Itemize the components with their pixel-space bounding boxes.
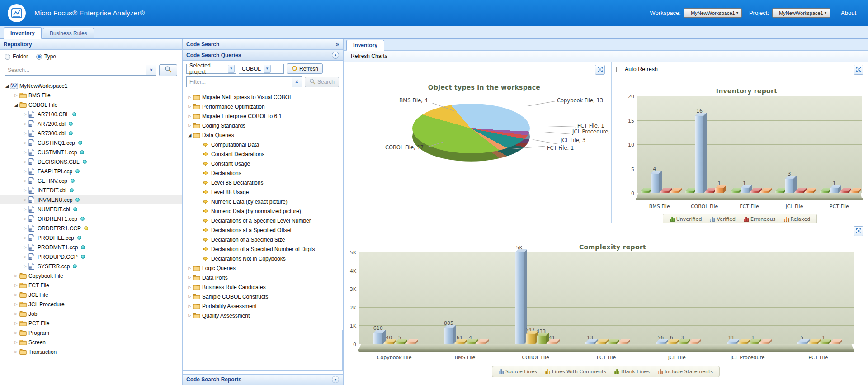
collapse-panel-icon[interactable]: » bbox=[336, 41, 339, 48]
repo-tree-item[interactable]: ▷Transaction bbox=[0, 347, 182, 356]
caret-collapsed-icon[interactable]: ▷ bbox=[22, 245, 28, 249]
query-tree-item[interactable]: Computational Data bbox=[183, 140, 343, 149]
caret-collapsed-icon[interactable]: ▷ bbox=[13, 340, 19, 344]
caret-collapsed-icon[interactable]: ▷ bbox=[22, 122, 28, 126]
repo-tree-item[interactable]: ▷AR7200.cbl bbox=[0, 119, 182, 128]
project-scope-select[interactable]: Selected project▼ bbox=[186, 64, 236, 74]
caret-collapsed-icon[interactable]: ▷ bbox=[186, 295, 193, 299]
caret-collapsed-icon[interactable]: ▷ bbox=[186, 314, 193, 318]
repo-tree-item[interactable]: ▷ORDRERR1.CCP bbox=[0, 223, 182, 233]
type-radio[interactable] bbox=[36, 54, 42, 60]
expand-chart-button[interactable] bbox=[854, 65, 863, 75]
language-select[interactable]: COBOL▼ bbox=[239, 64, 284, 74]
search-button[interactable]: Search bbox=[305, 77, 339, 87]
about-link[interactable]: About bbox=[841, 10, 856, 16]
caret-collapsed-icon[interactable]: ▷ bbox=[22, 112, 28, 116]
clear-filter-button[interactable]: × bbox=[292, 77, 302, 87]
query-tree-item[interactable]: Constant Usage bbox=[183, 159, 343, 168]
caret-expanded-icon[interactable]: ◢ bbox=[186, 133, 193, 138]
repo-tree-item[interactable]: ▷BMS File bbox=[0, 90, 182, 100]
query-tree-item[interactable]: ▷Migrate Enterprise COBOL to 6.1 bbox=[183, 111, 343, 121]
caret-collapsed-icon[interactable]: ▷ bbox=[186, 114, 193, 118]
repo-tree-item[interactable]: ▷AR7100.CBL bbox=[0, 109, 182, 119]
query-tree-item[interactable]: ▷Performance Optimization bbox=[183, 102, 343, 111]
clear-search-button[interactable]: × bbox=[146, 65, 156, 75]
repo-tree-item[interactable]: ▷JCL File bbox=[0, 290, 182, 299]
caret-collapsed-icon[interactable]: ▷ bbox=[13, 274, 19, 278]
caret-collapsed-icon[interactable]: ▷ bbox=[22, 198, 28, 202]
repo-tree-item[interactable]: ▷NUMEDIT.cbl bbox=[0, 204, 182, 214]
workspace-select[interactable]: MyNewWorkspace1▼ bbox=[684, 8, 742, 18]
repo-tree-item[interactable]: ▷Job bbox=[0, 309, 182, 318]
caret-collapsed-icon[interactable]: ▷ bbox=[22, 217, 28, 221]
repo-tree-item[interactable]: ▷INVMENU.ccp bbox=[0, 195, 182, 204]
refresh-button[interactable]: Refresh bbox=[287, 63, 323, 74]
query-tree-item[interactable]: ▷Data Ports bbox=[183, 273, 343, 282]
caret-expanded-icon[interactable]: ◢ bbox=[4, 83, 10, 88]
repo-tree-item[interactable]: ▷PRODMNT1.ccp bbox=[0, 242, 182, 252]
query-tree-item[interactable]: Declaration of a Specified Size bbox=[183, 235, 343, 244]
repo-tree-item[interactable]: ▷INTEDIT.cbl bbox=[0, 185, 182, 195]
caret-collapsed-icon[interactable]: ▷ bbox=[13, 321, 19, 325]
caret-collapsed-icon[interactable]: ▷ bbox=[186, 105, 193, 109]
repo-tree-item[interactable]: ▷Program bbox=[0, 328, 182, 337]
caret-collapsed-icon[interactable]: ▷ bbox=[22, 264, 28, 268]
repo-tree-item[interactable]: ▷ORDRENT1.ccp bbox=[0, 214, 182, 223]
auto-refresh-checkbox[interactable]: Auto Refresh bbox=[616, 66, 658, 72]
repo-tree-item[interactable]: ▷PCT File bbox=[0, 318, 182, 328]
repo-tree-item[interactable]: ▷Screen bbox=[0, 337, 182, 347]
repo-search-button[interactable] bbox=[159, 64, 177, 76]
caret-collapsed-icon[interactable]: ▷ bbox=[13, 283, 19, 287]
collapse-section-button[interactable]: ▲ bbox=[332, 52, 339, 59]
caret-collapsed-icon[interactable]: ▷ bbox=[13, 312, 19, 316]
refresh-charts-button[interactable]: Refresh Charts bbox=[348, 52, 390, 60]
repo-tree-item[interactable]: ▷GETINV.ccp bbox=[0, 176, 182, 185]
caret-collapsed-icon[interactable]: ▷ bbox=[186, 276, 193, 280]
expand-chart-button[interactable] bbox=[854, 226, 863, 236]
tab-inventory-view[interactable]: Inventory bbox=[346, 40, 384, 51]
repo-tree-item[interactable]: ▷FCT File bbox=[0, 280, 182, 290]
repo-tree-item[interactable]: ▷SYSERR.ccp bbox=[0, 261, 182, 271]
repo-tree-item[interactable]: ▷PRODFILL.ccp bbox=[0, 233, 182, 242]
repo-tree-item[interactable]: ▷CUSTMNT1.ccp bbox=[0, 147, 182, 157]
caret-collapsed-icon[interactable]: ▷ bbox=[22, 160, 28, 164]
repo-tree-item[interactable]: ◢COBOL File bbox=[0, 100, 182, 109]
query-tree-item[interactable]: ▷Coding Standards bbox=[183, 121, 343, 130]
query-tree-item[interactable]: ▷Quality Assessment bbox=[183, 311, 343, 320]
query-tree-item[interactable]: Declarations at a Specified Offset bbox=[183, 225, 343, 235]
query-tree-item[interactable]: Numeric Data (by normalized picture) bbox=[183, 206, 343, 216]
query-tree-item[interactable]: Declarations bbox=[183, 168, 343, 178]
expand-reports-button[interactable]: ▼ bbox=[332, 376, 339, 383]
repo-tree-item[interactable]: ◢MyNewWorkspace1 bbox=[0, 81, 182, 90]
caret-collapsed-icon[interactable]: ▷ bbox=[22, 150, 28, 154]
query-tree-item[interactable]: Declaration of a Specified Number of Dig… bbox=[183, 244, 343, 254]
caret-collapsed-icon[interactable]: ▷ bbox=[22, 131, 28, 135]
query-tree-item[interactable]: ◢Data Queries bbox=[183, 130, 343, 140]
query-tree-item[interactable]: Level 88 Declarations bbox=[183, 178, 343, 187]
repo-tree-item[interactable]: ▷PRODUPD.CCP bbox=[0, 252, 182, 261]
caret-collapsed-icon[interactable]: ▷ bbox=[22, 169, 28, 173]
folder-radio[interactable] bbox=[5, 54, 10, 60]
repo-tree-item[interactable]: ▷DECISIONS.CBL bbox=[0, 157, 182, 166]
query-tree-item[interactable]: Constant Declarations bbox=[183, 149, 343, 159]
query-tree-item[interactable]: ▷Portability Assessment bbox=[183, 301, 343, 311]
caret-collapsed-icon[interactable]: ▷ bbox=[22, 207, 28, 211]
caret-collapsed-icon[interactable]: ▷ bbox=[22, 226, 28, 230]
query-tree-item[interactable]: Declarations of a Specified Level Number bbox=[183, 216, 343, 225]
repo-tree-item[interactable]: ▷Copybook File bbox=[0, 271, 182, 280]
caret-collapsed-icon[interactable]: ▷ bbox=[186, 124, 193, 128]
caret-collapsed-icon[interactable]: ▷ bbox=[13, 293, 19, 297]
tab-inventory[interactable]: Inventory bbox=[4, 27, 42, 39]
caret-collapsed-icon[interactable]: ▷ bbox=[13, 331, 19, 335]
tab-business-rules[interactable]: Business Rules bbox=[43, 28, 94, 38]
caret-collapsed-icon[interactable]: ▷ bbox=[186, 95, 193, 99]
caret-collapsed-icon[interactable]: ▷ bbox=[22, 188, 28, 192]
caret-collapsed-icon[interactable]: ▷ bbox=[186, 304, 193, 308]
caret-expanded-icon[interactable]: ◢ bbox=[13, 102, 19, 107]
query-tree-item[interactable]: Level 88 Usage bbox=[183, 187, 343, 197]
query-tree-item[interactable]: ▷Sample COBOL Constructs bbox=[183, 292, 343, 301]
caret-collapsed-icon[interactable]: ▷ bbox=[22, 236, 28, 240]
project-select[interactable]: MyNewWorkspace1▼ bbox=[772, 8, 830, 18]
query-tree-item[interactable]: Numeric Data (by exact picture) bbox=[183, 197, 343, 206]
caret-collapsed-icon[interactable]: ▷ bbox=[13, 350, 19, 354]
